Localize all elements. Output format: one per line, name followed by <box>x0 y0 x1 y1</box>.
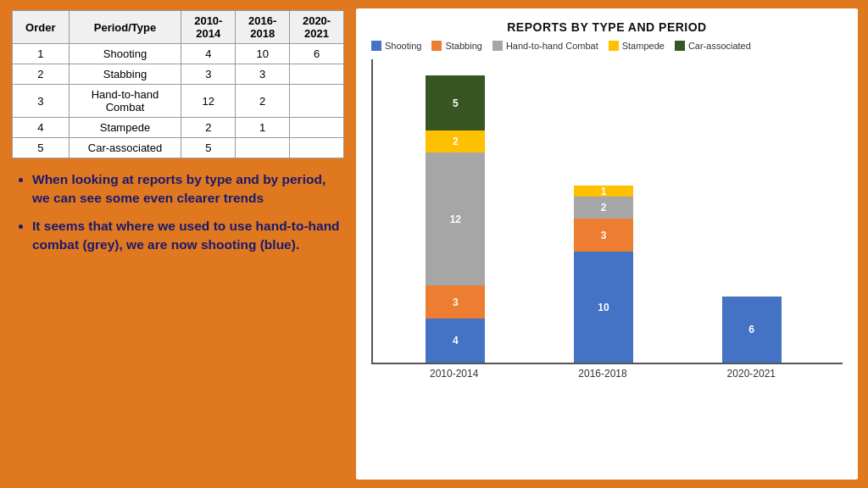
cell-p3 <box>290 138 344 158</box>
cell-p1: 2 <box>181 118 236 138</box>
cell-order: 2 <box>13 64 70 85</box>
x-axis-label: 2010-2014 <box>425 368 484 380</box>
bar-segment: 3 <box>426 286 485 319</box>
col-2010: 2010-2014 <box>181 11 236 44</box>
bar-segment: 4 <box>426 319 485 363</box>
bar-segment: 2 <box>574 197 633 219</box>
bar-group: 431225 <box>426 75 485 363</box>
legend-item: Stabbing <box>431 41 481 51</box>
bar-segment: 12 <box>426 152 485 286</box>
bar-segment: 6 <box>722 297 782 363</box>
table-row: 4 Stampede 2 1 <box>13 118 344 138</box>
legend-label: Shooting <box>385 41 421 51</box>
table-row: 1 Shooting 4 10 6 <box>13 44 344 64</box>
bar-segment: 5 <box>426 75 485 130</box>
bar-segment: 1 <box>574 186 633 197</box>
bullet-list: When looking at reports by type and by p… <box>12 170 344 263</box>
col-2016: 2016-2018 <box>236 11 290 44</box>
bar-group: 6 <box>722 297 782 363</box>
chart-legend: ShootingStabbingHand-to-hand CombatStamp… <box>371 41 843 51</box>
legend-label: Hand-to-hand Combat <box>506 41 598 51</box>
left-panel: Order Period/Type 2010-2014 2016-2018 20… <box>0 0 356 488</box>
legend-item: Shooting <box>371 41 421 51</box>
legend-label: Stabbing <box>445 41 481 51</box>
cell-order: 3 <box>13 85 70 118</box>
bullet-item: When looking at reports by type and by p… <box>32 170 344 208</box>
cell-p1: 12 <box>181 85 236 118</box>
legend-swatch <box>431 41 442 51</box>
legend-item: Car-associated <box>675 41 751 51</box>
data-table: Order Period/Type 2010-2014 2016-2018 20… <box>12 10 344 158</box>
legend-item: Hand-to-hand Combat <box>492 41 598 51</box>
col-order: Order <box>13 11 70 44</box>
bullet-item: It seems that where we used to use hand-… <box>32 217 344 255</box>
col-type: Period/Type <box>69 11 181 44</box>
cell-order: 4 <box>13 118 70 138</box>
cell-p1: 5 <box>181 138 236 158</box>
chart-area: 431225103216 <box>371 59 843 364</box>
cell-p3 <box>290 85 344 118</box>
x-axis-label: 2016-2018 <box>573 368 632 380</box>
cell-p2 <box>236 138 290 158</box>
bar-segment: 2 <box>426 130 485 152</box>
cell-p3 <box>290 64 344 85</box>
table-row: 2 Stabbing 3 3 <box>13 64 344 85</box>
legend-item: Stampede <box>609 41 665 51</box>
table-row: 3 Hand-to-handCombat 12 2 <box>13 85 344 118</box>
cell-p3 <box>290 118 344 138</box>
x-axis-label: 2020-2021 <box>721 368 781 380</box>
legend-label: Stampede <box>622 41 665 51</box>
cell-type: Car-associated <box>69 138 181 158</box>
cell-order: 5 <box>13 138 70 158</box>
legend-label: Car-associated <box>688 41 751 51</box>
cell-p2: 10 <box>236 44 290 64</box>
col-2020: 2020-2021 <box>290 11 344 44</box>
cell-type: Shooting <box>69 44 181 64</box>
cell-type: Stabbing <box>69 64 181 85</box>
x-axis-labels: 2010-20142016-20182020-2021 <box>371 364 843 380</box>
legend-swatch <box>492 41 503 51</box>
legend-swatch <box>371 41 381 51</box>
cell-p2: 2 <box>236 85 290 118</box>
chart-panel: REPORTS BY TYPE AND PERIOD ShootingStabb… <box>356 8 858 480</box>
table-row: 5 Car-associated 5 <box>13 138 344 158</box>
cell-p1: 3 <box>181 64 236 85</box>
bar-segment: 3 <box>574 219 633 252</box>
chart-title: REPORTS BY TYPE AND PERIOD <box>371 20 843 34</box>
cell-p2: 3 <box>236 64 290 85</box>
legend-swatch <box>609 41 619 51</box>
cell-p3: 6 <box>290 44 344 64</box>
bar-group: 10321 <box>574 186 633 363</box>
cell-p2: 1 <box>236 118 290 138</box>
bar-segment: 10 <box>574 252 633 363</box>
cell-type: Stampede <box>69 118 181 138</box>
cell-order: 1 <box>13 44 70 64</box>
legend-swatch <box>675 41 685 51</box>
cell-type: Hand-to-handCombat <box>69 85 181 118</box>
cell-p1: 4 <box>181 44 236 64</box>
